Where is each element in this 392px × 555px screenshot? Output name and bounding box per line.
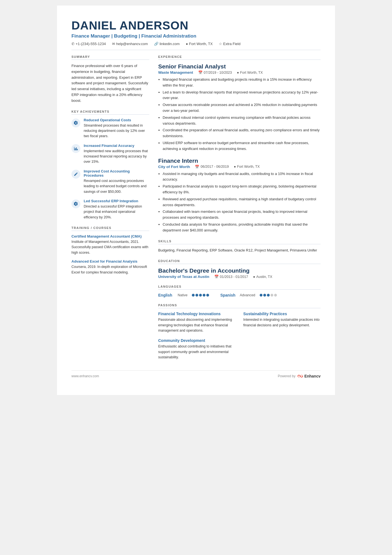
dot-empty (274, 294, 277, 297)
edu-meta: University of Texas at Austin 📅 01/2013 … (158, 275, 321, 279)
main-layout: SUMMARY Finance professional with over 6… (71, 55, 321, 360)
skills-text: Budgeting, Financial Reporting, ERP Soft… (158, 248, 321, 253)
location-value: Fort Worth, TX (189, 42, 213, 46)
training-label: TRAINING / COURSES (71, 226, 149, 231)
skills-label: SKILLS (158, 240, 321, 244)
extra-contact: ☆ Extra Field (219, 42, 240, 46)
achievement-desc: Revamped cost accounting procedures lead… (84, 178, 149, 194)
education-label: EDUCATION (158, 259, 321, 264)
job-meta-1: Waste Management 📅 07/2019 - 10/2023 ● F… (158, 70, 321, 75)
achievement-desc: Implemented new auditing processes that … (84, 149, 149, 165)
settings-icon (74, 121, 78, 125)
dot-filled (199, 294, 202, 297)
dot-filled (206, 294, 209, 297)
achievement-content: Increased Financial Accuracy Implemented… (84, 144, 149, 165)
summary-label: SUMMARY (71, 55, 149, 60)
passion-item: Financial Technology Innovations Passion… (158, 312, 235, 333)
footer: www.enhancv.com Powered by Enhancv (71, 370, 321, 378)
job-company-2: City of Fort Worth (158, 165, 190, 169)
enhancv-logo-icon (297, 374, 303, 378)
achievement-title: Improved Cost Accounting Procedures (84, 169, 149, 177)
powered-by-text: Powered by (278, 374, 295, 378)
enhancv-logo: Enhancv (297, 374, 321, 378)
edu-dates: 📅 01/2013 - 01/2017 (214, 275, 248, 279)
job-block: Senior Financial Analyst Waste Managemen… (158, 63, 321, 152)
dot-empty (271, 294, 273, 297)
brand-name: Enhancv (304, 374, 321, 378)
footer-powered: Powered by Enhancv (278, 374, 321, 378)
passion-item: Sustainability Practices Interested in i… (243, 312, 321, 333)
email-icon: ✉ (112, 42, 115, 46)
linkedin-icon: 🔗 (154, 42, 158, 46)
job-meta-2: City of Fort Worth 📅 06/2017 - 06/2019 ●… (158, 165, 321, 169)
job-location-2: ● Fort Worth, TX (234, 165, 260, 169)
edu-school: University of Texas at Austin (158, 275, 209, 279)
achievement-title: Reduced Operational Costs (84, 118, 149, 122)
bullet: Developed robust internal control system… (163, 115, 321, 127)
language-item-english: English Native (158, 293, 209, 297)
edu-degree: Bachelor's Degree in Accounting (158, 267, 321, 274)
job-title-2: Finance Intern (158, 157, 321, 164)
bullet: Oversaw accounts receivable processes an… (163, 102, 321, 114)
dot-filled (267, 294, 270, 297)
phone-contact: ✆ +1-(234)-555-1234 (71, 42, 106, 46)
pin-icon: ● (237, 71, 239, 75)
achievement-icon-wrap (71, 170, 80, 179)
bullet: Utilized ERP software to enhance budget … (163, 140, 321, 152)
bullet: Led a team to develop financial reports … (163, 90, 321, 101)
resume-page: DANIEL ANDERSON Finance Manager | Budget… (57, 6, 335, 395)
achievement-item: Increased Financial Accuracy Implemented… (71, 144, 149, 165)
job-dates-2: 📅 06/2017 - 06/2019 (195, 165, 229, 169)
training-desc: Institute of Management Accountants, 202… (71, 239, 149, 255)
achievements-label: KEY ACHIEVEMENTS (71, 110, 149, 115)
achievement-icon-wrap (71, 199, 80, 208)
passion-desc: Interested in integrating sustainable pr… (243, 317, 321, 328)
lang-name: English (158, 293, 175, 297)
chart-icon (74, 146, 78, 151)
achievement-item: Reduced Operational Costs Streamlined pr… (71, 118, 149, 139)
bullet: Reviewed and approved purchase requisiti… (163, 196, 321, 208)
star-icon: ☆ (219, 42, 222, 46)
achievement-content: Improved Cost Accounting Procedures Reva… (84, 169, 149, 194)
job-title-header: Finance Manager | Budgeting | Financial … (71, 33, 321, 39)
lang-level: Native (178, 293, 187, 297)
achievement-icon-wrap (71, 144, 80, 153)
summary-text: Finance professional with over 6 years o… (71, 63, 149, 104)
achievement-desc: Streamlined processes that resulted in r… (84, 123, 149, 139)
lang-level: Advanced (240, 293, 255, 297)
edu-location: ● Austin, TX (253, 275, 272, 279)
dot-filled (260, 294, 262, 297)
training-item: Advanced Excel for Financial Analysis Co… (71, 259, 149, 275)
linkedin-contact: 🔗 linkedin.com (154, 42, 180, 46)
calendar-icon: 📅 (214, 275, 219, 279)
language-item-spanish: Spanish Advanced (220, 293, 277, 297)
achievement-content: Reduced Operational Costs Streamlined pr… (84, 118, 149, 139)
passion-title: Sustainability Practices (243, 312, 321, 316)
job-block: Finance Intern City of Fort Worth 📅 06/2… (158, 157, 321, 233)
job-company-1: Waste Management (158, 70, 193, 75)
passion-title: Community Development (158, 338, 235, 343)
phone-icon: ✆ (71, 42, 75, 46)
bullet: Assisted in managing city budgets and fi… (163, 171, 321, 183)
calendar-icon: 📅 (198, 70, 203, 75)
left-column: SUMMARY Finance professional with over 6… (71, 55, 149, 360)
bullet: Conducted data analysis for finance ques… (163, 222, 321, 233)
job-bullets-2: Assisted in managing city budgets and fi… (163, 171, 321, 233)
passion-item: Community Development Enthusiastic about… (158, 338, 235, 360)
contact-bar: ✆ +1-(234)-555-1234 ✉ help@enhancv.com 🔗… (71, 42, 321, 50)
bullet: Managed financial operations and budgeti… (163, 77, 321, 88)
job-bullets-1: Managed financial operations and budgeti… (163, 77, 321, 152)
location-contact: ● Fort Worth, TX (186, 42, 213, 46)
achievement-desc: Directed a successful ERP integration pr… (84, 204, 149, 220)
achievement-item: Led Successful ERP Integration Directed … (71, 199, 149, 220)
lang-name: Spanish (220, 293, 237, 297)
languages-row: English Native Spanish Advanced (158, 293, 321, 297)
header: DANIEL ANDERSON Finance Manager | Budget… (71, 19, 321, 50)
linkedin-value: linkedin.com (160, 42, 180, 46)
full-name: DANIEL ANDERSON (71, 19, 321, 32)
email-value: help@enhancv.com (116, 42, 148, 46)
bullet: Participated in financial analysis to su… (163, 184, 321, 195)
right-column: EXPERIENCE Senior Financial Analyst Wast… (158, 55, 321, 360)
lang-dots (260, 294, 277, 297)
location-icon: ● (186, 42, 188, 46)
